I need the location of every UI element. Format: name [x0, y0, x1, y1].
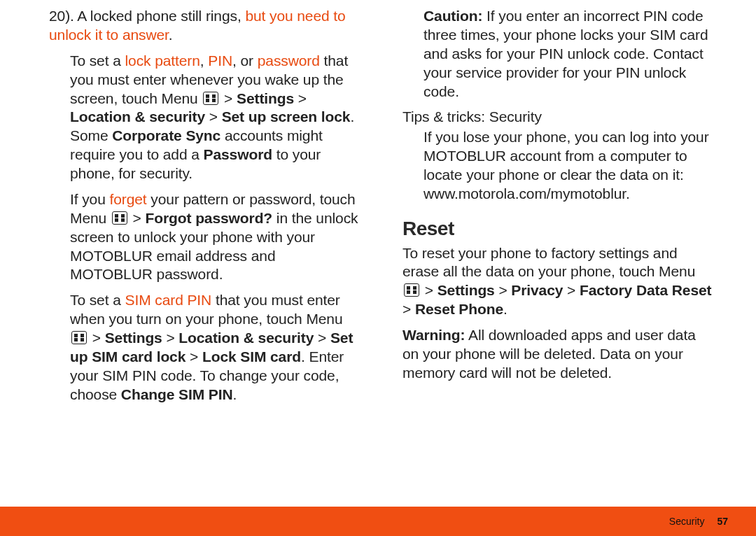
right-p4: Warning: All downloaded apps and user da… — [402, 326, 714, 383]
nav-setup-screen-lock: Set up screen lock — [222, 108, 351, 125]
text: If you lose your phone, you can log into… — [424, 129, 709, 183]
text: . — [169, 27, 173, 43]
nav-location-security: Location & security — [70, 108, 205, 125]
left-column: 20). A locked phone still rings, but you… — [49, 7, 360, 507]
document-page: 20). A locked phone still rings, but you… — [0, 0, 756, 536]
text: . — [626, 185, 630, 202]
nav-settings: Settings — [237, 90, 294, 106]
text: , — [200, 52, 208, 69]
nav-lock-sim-card: Lock SIM card — [202, 348, 301, 365]
term-password: Password — [204, 146, 272, 162]
text: , or — [232, 52, 258, 69]
nav-change-sim-pin: Change SIM PIN — [121, 386, 233, 402]
nav-factory-data-reset: Factory Data Reset — [580, 282, 711, 298]
text: To set a — [70, 292, 125, 308]
highlight-pin: PIN — [208, 52, 232, 69]
label-warning: Warning: — [402, 327, 465, 343]
label-caution: Caution: — [424, 8, 482, 24]
menu-icon — [112, 211, 127, 225]
nav-location-security: Location & security — [178, 330, 314, 346]
highlight-sim-card-pin: SIM card PIN — [125, 292, 211, 308]
subhead-tips-tricks: Tips & tricks: Security — [402, 108, 714, 127]
page-footer: Security 57 — [0, 507, 756, 536]
left-p2: To set a lock pattern, PIN, or password … — [49, 52, 360, 183]
left-p3: If you forget your pattern or password, … — [49, 190, 360, 284]
text: > — [421, 282, 438, 298]
menu-icon — [404, 283, 419, 297]
left-p1: 20). A locked phone still rings, but you… — [49, 7, 360, 45]
text: 20). A locked phone still rings, — [49, 8, 245, 24]
menu-icon — [71, 331, 87, 344]
text: > — [402, 301, 415, 317]
text: > — [563, 282, 580, 298]
text: > — [205, 108, 222, 125]
left-p4: To set a SIM card PIN that you must ente… — [49, 291, 360, 404]
text: If you — [70, 191, 110, 207]
right-column: Caution: If you enter an incorrect PIN c… — [402, 7, 714, 507]
nav-settings: Settings — [438, 282, 495, 298]
nav-settings: Settings — [105, 330, 162, 346]
highlight-password: password — [258, 52, 320, 69]
text: . — [232, 386, 237, 402]
right-p2: If you lose your phone, you can log into… — [402, 128, 714, 204]
text: > — [495, 282, 512, 298]
nav-reset-phone: Reset Phone — [415, 301, 503, 317]
text: To reset your phone to factory settings … — [402, 245, 695, 280]
text: > — [186, 348, 202, 365]
highlight-lock-pattern: lock pattern — [125, 52, 200, 69]
nav-forgot-password: Forgot password? — [146, 210, 273, 226]
term-corporate-sync: Corporate Sync — [112, 127, 220, 143]
highlight-forget: forget — [110, 191, 147, 207]
text: To set a — [70, 52, 125, 69]
menu-icon — [203, 92, 218, 105]
text: > — [129, 210, 146, 226]
right-p1: Caution: If you enter an incorrect PIN c… — [402, 7, 714, 101]
text: > — [294, 90, 307, 106]
nav-privacy: Privacy — [511, 282, 563, 298]
text: . — [503, 301, 507, 317]
heading-reset: Reset — [402, 216, 714, 241]
link-motoblur[interactable]: www.motorola.com/mymotoblur — [424, 185, 626, 202]
text: > — [88, 330, 105, 346]
text: > — [220, 90, 237, 106]
right-p3: To reset your phone to factory settings … — [402, 244, 714, 320]
text: > — [314, 330, 330, 346]
page-content: 20). A locked phone still rings, but you… — [0, 0, 756, 507]
footer-page-number: 57 — [717, 516, 728, 527]
footer-section: Security — [669, 516, 705, 527]
text: > — [162, 330, 179, 346]
